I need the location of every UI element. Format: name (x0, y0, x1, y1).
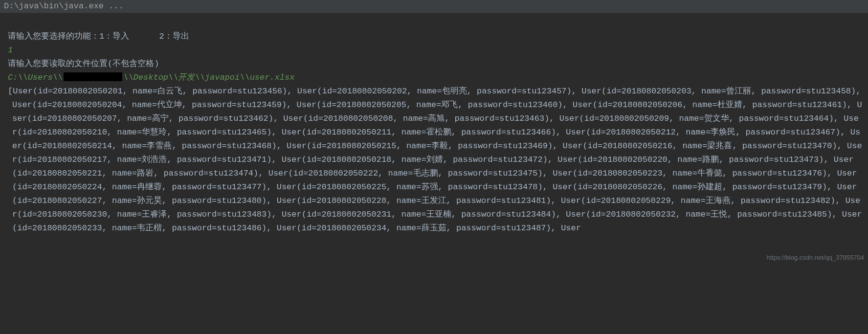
console-output[interactable]: 请输入您要选择的功能：1：导入 2：导出 1 请输入您要读取的文件位置(不包含空… (0, 13, 868, 263)
source-watermark: https://blog.csdn.net/qq_37955704 (767, 254, 865, 261)
output-user-list: [User(id=20180802050201, name=白云飞, passw… (8, 85, 862, 235)
redacted-block (64, 72, 122, 81)
user-input-path: C:\\Users\\\\Desktop\\开发\\javapoi\\user.… (8, 73, 294, 82)
prompt-select: 请输入您要选择的功能：1：导入 2：导出 (8, 32, 189, 41)
user-input-choice: 1 (8, 45, 13, 55)
prompt-file: 请输入您要读取的文件位置(不包含空格) (8, 59, 159, 68)
process-path: D:\java\bin\java.exe ... (4, 1, 124, 11)
run-tab-title: D:\java\bin\java.exe ... (0, 0, 868, 13)
